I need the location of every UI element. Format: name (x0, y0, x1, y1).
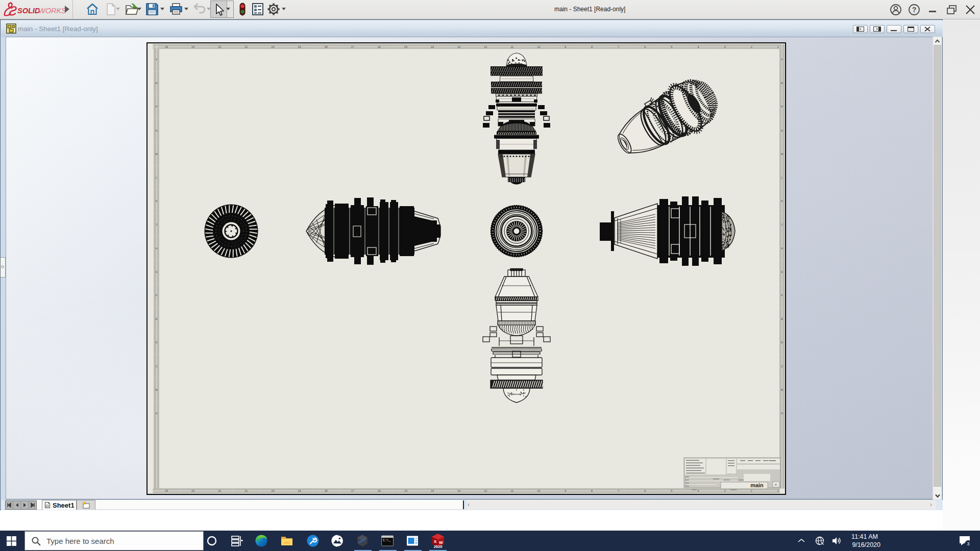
svg-text:17: 17 (351, 45, 354, 48)
svg-text:10: 10 (537, 45, 540, 48)
svg-text:12: 12 (484, 45, 487, 48)
svg-text:24: 24 (165, 45, 168, 48)
svg-text:A: A (781, 412, 783, 415)
svg-text:C:\_: C:\_ (383, 539, 391, 542)
svg-text:15: 15 (404, 489, 407, 492)
svg-text:E: E (781, 317, 783, 320)
svg-text:B: B (781, 388, 783, 391)
svg-text:5: 5 (671, 489, 672, 492)
svg-text:main: main (750, 482, 764, 488)
svg-text:3: 3 (724, 45, 726, 48)
svg-text:4: 4 (697, 489, 699, 492)
svg-text:14: 14 (431, 45, 434, 48)
svg-text:E: E (156, 317, 158, 320)
svg-text:K: K (781, 199, 783, 203)
svg-text:21: 21 (244, 45, 248, 48)
svg-text:L: L (156, 176, 157, 179)
svg-text:S: S (434, 539, 437, 544)
svg-text:20: 20 (271, 45, 274, 48)
svg-text:D: D (781, 341, 783, 344)
svg-text:?: ? (912, 6, 917, 14)
svg-text:6: 6 (644, 45, 646, 48)
svg-text:A: A (775, 483, 777, 486)
svg-text:9: 9 (565, 489, 566, 492)
svg-text:18: 18 (325, 489, 328, 492)
svg-text:1: 1 (777, 45, 779, 48)
svg-text:8: 8 (591, 45, 593, 48)
svg-text:H: H (781, 247, 783, 250)
svg-text:14: 14 (431, 489, 434, 492)
svg-text:C: C (156, 365, 158, 368)
svg-text:P: P (781, 105, 783, 108)
svg-text:R: R (156, 82, 158, 85)
svg-text:2020: 2020 (434, 544, 443, 549)
svg-text:23: 23 (191, 45, 194, 48)
svg-text:9: 9 (565, 45, 566, 48)
svg-text:J: J (781, 223, 783, 226)
svg-text:19: 19 (298, 489, 301, 492)
svg-text:22: 22 (218, 489, 221, 492)
svg-text:11: 11 (510, 45, 513, 48)
svg-text:N: N (156, 129, 158, 132)
svg-text:D: D (156, 341, 158, 344)
svg-text:17: 17 (351, 489, 354, 492)
svg-text:3: 3 (967, 541, 969, 546)
svg-text:10: 10 (537, 489, 540, 492)
svg-text:11: 11 (510, 489, 513, 492)
svg-text:5: 5 (671, 45, 672, 48)
svg-text:2: 2 (751, 489, 752, 492)
svg-text:N: N (781, 129, 783, 132)
svg-text:13: 13 (457, 489, 460, 492)
svg-text:16: 16 (378, 489, 381, 492)
svg-text:1: 1 (777, 489, 779, 492)
svg-text:4: 4 (697, 45, 699, 48)
svg-text:8: 8 (591, 489, 593, 492)
svg-text:A: A (156, 412, 158, 415)
svg-text:7: 7 (618, 489, 619, 492)
svg-text:L: L (781, 176, 782, 179)
svg-text:18: 18 (325, 45, 328, 48)
svg-text:20: 20 (271, 489, 274, 492)
svg-text:7: 7 (618, 45, 619, 48)
svg-text:G: G (155, 270, 157, 273)
svg-text:22: 22 (218, 45, 221, 48)
svg-text:6: 6 (644, 489, 646, 492)
svg-text:13: 13 (457, 45, 460, 48)
svg-text:B: B (156, 388, 158, 391)
svg-text:12: 12 (484, 489, 487, 492)
svg-text:M: M (781, 153, 783, 156)
svg-text:J: J (156, 223, 157, 226)
svg-text:WORKS: WORKS (38, 7, 66, 15)
svg-text:23: 23 (191, 489, 194, 492)
svg-text:15: 15 (404, 45, 407, 48)
svg-text:24: 24 (165, 489, 168, 492)
svg-text:G: G (781, 270, 783, 273)
svg-text:21: 21 (244, 489, 248, 492)
svg-text:H: H (156, 247, 158, 250)
svg-text:2: 2 (751, 45, 752, 48)
svg-text:3: 3 (724, 489, 726, 492)
svg-text:19: 19 (298, 45, 301, 48)
svg-text:M: M (155, 153, 158, 156)
svg-text:C: C (781, 365, 783, 368)
svg-text:P: P (156, 105, 158, 108)
svg-text:K: K (156, 199, 158, 203)
svg-text:SOLID: SOLID (17, 7, 40, 15)
svg-text:16: 16 (378, 45, 381, 48)
svg-text:R: R (781, 82, 783, 85)
